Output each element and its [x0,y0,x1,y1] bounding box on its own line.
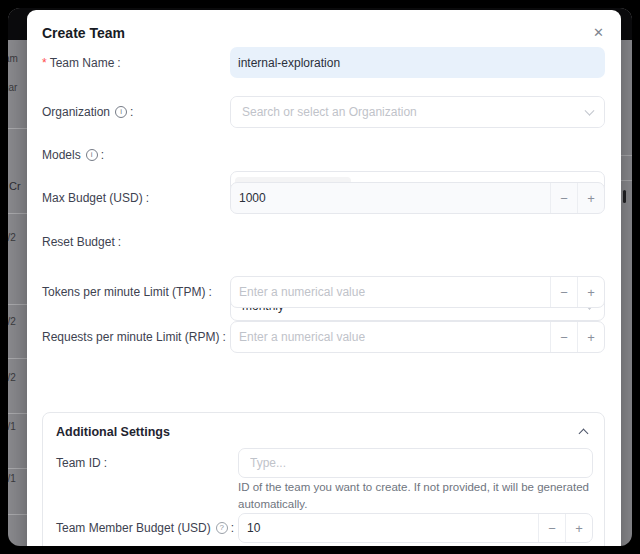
bg-table-fragment: 6/2 [8,232,16,243]
bg-table-fragment: 6/2 [8,372,16,383]
models-label: Models i : [42,139,228,171]
team-name-input[interactable] [230,47,605,78]
help-icon[interactable]: ? [216,522,228,534]
team-name-label: * Team Name : [42,47,228,78]
additional-settings-panel: Additional Settings Team ID : ID of the … [42,412,605,546]
bg-row-divider [621,180,632,181]
bg-row-divider [8,304,28,305]
plus-button[interactable]: + [565,514,592,542]
minus-button[interactable]: − [550,183,577,213]
bg-table-fragment: Cr [9,180,21,192]
close-icon[interactable]: ✕ [591,23,606,42]
app-window: am nar Cr 6/2 6/2 6/2 6/1 6/1 Create Tea… [8,8,632,546]
bg-table-fragment: nar [8,82,17,93]
reset-budget-label: Reset Budget : [42,226,228,257]
team-id-label: Team ID : [56,448,107,478]
bg-table-fragment: 6/2 [8,316,16,327]
minus-button[interactable]: − [550,322,577,352]
bg-table-fragment: 6/1 [8,473,16,484]
team-id-help-text: ID of the team you want to create. If no… [238,479,610,513]
create-team-modal: Create Team ✕ * Team Name : Organization… [27,10,621,546]
max-budget-label: Max Budget (USD) : [42,182,228,214]
tpm-field[interactable]: − + [230,276,605,308]
bg-row-divider [8,514,28,515]
team-member-budget-input[interactable] [239,514,538,542]
team-member-budget-field[interactable]: − + [238,513,593,543]
info-icon[interactable]: i [86,149,98,161]
organization-select[interactable] [230,96,605,128]
bg-row-divider [8,128,28,129]
organization-label: Organization i : [42,96,228,128]
rpm-input[interactable] [231,322,550,352]
organization-search-input[interactable] [231,97,604,127]
rpm-field[interactable]: − + [230,321,605,353]
rpm-label: Requests per minute Limit (RPM) : [42,321,228,353]
team-name-field[interactable] [230,47,605,78]
bg-table-fragment: 6/1 [8,421,16,432]
chevron-up-icon[interactable] [579,429,589,439]
plus-button[interactable]: + [577,277,604,307]
modal-title: Create Team [42,25,125,41]
minus-button[interactable]: − [538,514,565,542]
tpm-input[interactable] [231,277,550,307]
minus-button[interactable]: − [550,277,577,307]
info-icon[interactable]: i [115,106,127,118]
bg-row-divider [8,468,28,469]
bg-scrollbar-thumb [623,190,626,203]
bg-row-divider [8,413,28,414]
team-id-input[interactable] [239,449,592,477]
max-budget-input[interactable] [231,183,550,213]
additional-settings-title: Additional Settings [56,425,170,439]
team-member-budget-label: Team Member Budget (USD) ? : [56,513,234,543]
max-budget-field[interactable]: − + [230,182,605,214]
tpm-label: Tokens per minute Limit (TPM) : [42,276,228,308]
bg-row-divider [621,155,632,156]
bg-table-fragment: am [8,53,18,64]
team-id-field[interactable] [238,448,593,478]
bg-row-divider [8,213,28,214]
required-marker: * [42,56,47,70]
plus-button[interactable]: + [577,183,604,213]
bg-row-divider [8,358,28,359]
plus-button[interactable]: + [577,322,604,352]
screen: am nar Cr 6/2 6/2 6/2 6/1 6/1 Create Tea… [0,0,640,554]
